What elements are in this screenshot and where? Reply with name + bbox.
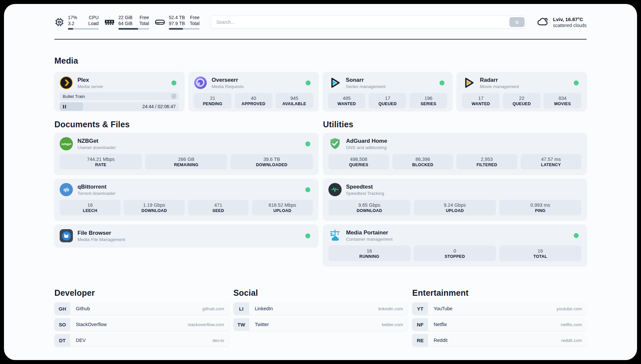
memory-total-value: 64 GiB bbox=[118, 20, 133, 26]
adguard-icon bbox=[328, 137, 342, 150]
stat-box: 0.993 ms PING bbox=[499, 200, 581, 215]
cpu-load-value: 3.2 bbox=[68, 20, 77, 26]
stat-box: 618.52 Mbps UPLOAD bbox=[252, 200, 313, 215]
search-input[interactable] bbox=[211, 15, 526, 29]
service-subtitle: Movie management bbox=[480, 84, 519, 89]
bookmark-abbr: DT bbox=[54, 334, 70, 347]
stat-box: 744.21 Mbps RATE bbox=[60, 154, 142, 169]
service-name: Sonarr bbox=[346, 76, 386, 83]
service-card-plex[interactable]: Plex Media server Bullet Train bbox=[54, 72, 184, 111]
service-card-sonarr[interactable]: Sonarr Series management 485 WANTED 17 Q… bbox=[323, 72, 453, 111]
status-dot bbox=[440, 80, 444, 85]
service-subtitle: Torrent downloader bbox=[77, 191, 116, 196]
lens-icon[interactable] bbox=[171, 94, 176, 99]
service-subtitle: Usenet downloader bbox=[77, 145, 116, 150]
service-name: Plex bbox=[77, 76, 103, 83]
section-title-media: Media bbox=[54, 56, 587, 66]
stat-box: 16 TOTAL bbox=[499, 246, 581, 261]
sonarr-icon bbox=[328, 76, 341, 89]
bookmark-youtube[interactable]: YT YouTube youtube.com bbox=[412, 302, 587, 315]
service-card-nzbget[interactable]: nzbget NZBGet Usenet downloader 744.21 M… bbox=[54, 133, 318, 174]
bookmark-stackoverflow[interactable]: SO StackOverflow stackoverflow.com bbox=[54, 318, 229, 331]
section-title-social: Social bbox=[233, 288, 408, 298]
service-card-adguard[interactable]: AdGuard Home DNS and adblocking 498,508 … bbox=[323, 133, 587, 174]
disk-progress-bar bbox=[169, 28, 199, 30]
service-card-speedtest[interactable]: Speedtest Speedtest Tracking 9.65 Gbps D… bbox=[323, 179, 587, 220]
stat-box: 0 STOPPED bbox=[414, 246, 496, 261]
bookmark-netflix[interactable]: NF Netflix netflix.com bbox=[412, 318, 587, 331]
service-subtitle: Series management bbox=[346, 84, 386, 89]
header-divider bbox=[54, 39, 587, 40]
service-subtitle: Speedtest Tracking bbox=[346, 191, 384, 196]
section-entertainment: Entertainment YT YouTube youtube.com NF … bbox=[412, 288, 587, 350]
stat-box: 9.65 Gbps DOWNLOAD bbox=[328, 200, 411, 215]
service-name: NZBGet bbox=[77, 137, 116, 144]
stat-box: 1.19 Gbps DOWNLOAD bbox=[124, 200, 184, 215]
speedtest-icon bbox=[328, 183, 342, 196]
service-name: AdGuard Home bbox=[346, 137, 387, 144]
stat-box: 498,508 QUERIES bbox=[328, 154, 389, 169]
status-dot bbox=[305, 141, 310, 146]
qbittorrent-icon: qb bbox=[60, 183, 73, 196]
section-title-utilities: Utilities bbox=[323, 120, 587, 129]
status-dot bbox=[574, 80, 579, 85]
section-title-documents: Documents & Files bbox=[54, 120, 318, 129]
stat-box: 86,396 BLOCKED bbox=[392, 154, 453, 169]
seek-bar[interactable]: 24:44 / 02:06:47 bbox=[60, 102, 179, 111]
service-card-portainer[interactable]: Media Portainer Container management 16 … bbox=[323, 225, 587, 266]
disk-total-label: Total bbox=[190, 20, 199, 26]
plex-icon bbox=[60, 76, 73, 89]
disk-total-value: 97.9 TB bbox=[169, 20, 185, 26]
stat-box: 40 APPROVED bbox=[235, 93, 272, 108]
cpu-load-label: Load bbox=[88, 20, 99, 26]
stat-box: 21 PENDING bbox=[194, 93, 231, 108]
service-name: Radarr bbox=[480, 76, 519, 83]
now-playing-title: Bullet Train bbox=[63, 94, 85, 99]
service-card-filebrowser[interactable]: File Browser Media File Management bbox=[54, 225, 318, 247]
service-card-qbittorrent[interactable]: qb qBittorrent Torrent downloader 16 LEE… bbox=[54, 179, 318, 220]
status-dot bbox=[305, 187, 310, 192]
bookmark-dev[interactable]: DT DEV dev.to bbox=[54, 334, 229, 347]
search-bar: G bbox=[211, 15, 526, 29]
filebrowser-icon bbox=[60, 229, 73, 242]
section-social: Social LI LinkedIn linkedin.com TW Twitt… bbox=[233, 288, 408, 350]
section-utilities: Utilities AdGuard Home DNS and adblock bbox=[323, 120, 587, 270]
service-card-overseerr[interactable]: Overseerr Media Requests 21 PENDING 40 A… bbox=[189, 72, 319, 111]
cpu-progress-fill bbox=[68, 28, 73, 30]
search-engine-button[interactable]: G bbox=[509, 17, 525, 27]
status-dot bbox=[305, 233, 310, 238]
stat-box: 16 RUNNING bbox=[328, 246, 411, 261]
service-name: File Browser bbox=[77, 229, 125, 236]
top-bar: 17% 3.2 CPU Load bbox=[54, 13, 587, 32]
bookmark-twitter[interactable]: TW Twitter twitter.com bbox=[233, 318, 408, 331]
pause-icon bbox=[63, 105, 66, 108]
bookmark-linkedin[interactable]: LI LinkedIn linkedin.com bbox=[233, 302, 408, 315]
cpu-label: CPU bbox=[88, 15, 99, 20]
section-developer: Developer GH Github github.com SO StackO… bbox=[54, 288, 229, 350]
memory-progress-bar bbox=[118, 28, 149, 30]
nzbget-icon: nzbget bbox=[60, 137, 73, 150]
stat-box: 945 AVAILABLE bbox=[276, 93, 313, 108]
weather-location-temp: Lviv, 16.87°C bbox=[553, 16, 587, 23]
section-title-developer: Developer bbox=[54, 288, 229, 298]
weather-condition: scattered clouds bbox=[553, 23, 587, 28]
screen-frame: 17% 3.2 CPU Load bbox=[0, 0, 641, 364]
bookmark-reddit[interactable]: RE Reddit reddit.com bbox=[412, 334, 587, 347]
status-dot bbox=[574, 233, 579, 238]
stat-box: 2,953 FILTERED bbox=[456, 154, 517, 169]
stat-box: 485 WANTED bbox=[328, 93, 366, 108]
disk-free-label: Free bbox=[190, 15, 199, 20]
service-card-radarr[interactable]: Radarr Movie management 17 WANTED 22 QUE… bbox=[457, 72, 587, 111]
stat-box: 17 WANTED bbox=[462, 93, 500, 108]
section-media: Media Plex Media server bbox=[54, 56, 587, 111]
bookmark-abbr: NF bbox=[412, 318, 428, 331]
stat-box: 196 SERIES bbox=[410, 93, 447, 108]
ram-icon bbox=[104, 17, 115, 27]
service-subtitle: DNS and adblocking bbox=[346, 145, 387, 150]
section-title-entertainment: Entertainment bbox=[412, 288, 587, 298]
bookmark-abbr: GH bbox=[54, 302, 70, 315]
disk-widget: 52.4 TB 97.9 TB Free Total bbox=[155, 15, 199, 30]
bookmark-github[interactable]: GH Github github.com bbox=[54, 302, 229, 315]
cpu-progress-bar bbox=[68, 28, 99, 30]
bookmark-abbr: YT bbox=[412, 302, 428, 315]
